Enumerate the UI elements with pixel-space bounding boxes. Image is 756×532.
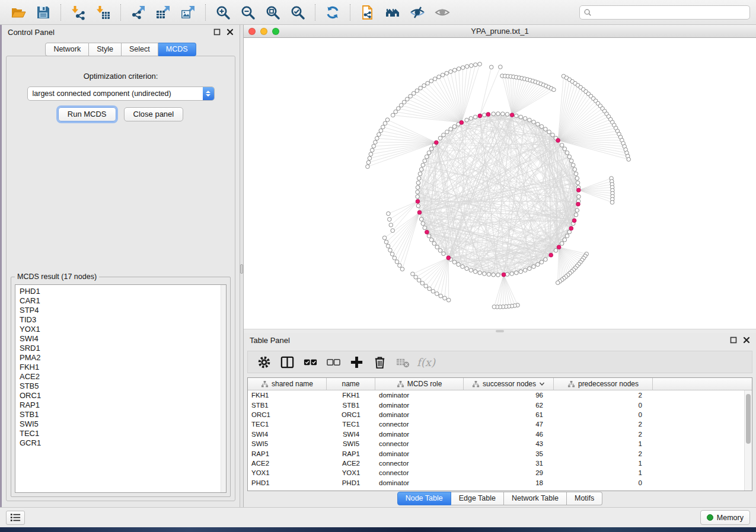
- result-node-item[interactable]: STB5: [20, 382, 226, 391]
- result-node-item[interactable]: STB1: [20, 410, 226, 419]
- table-row[interactable]: PHD1PHD1dominator180: [248, 478, 744, 488]
- scrollbar-thumb-icon[interactable]: [746, 394, 751, 444]
- table-row[interactable]: RAP1RAP1dominator352: [248, 448, 744, 458]
- add-column-button[interactable]: [346, 352, 367, 371]
- show-graphics-details-button[interactable]: [430, 2, 455, 23]
- export-network-icon: [130, 5, 146, 20]
- result-node-item[interactable]: TEC1: [20, 429, 226, 438]
- result-node-item[interactable]: PHD1: [20, 287, 226, 296]
- cell-mcds-role: dominator: [375, 411, 464, 418]
- search-field[interactable]: [579, 5, 750, 20]
- table-settings-button[interactable]: [254, 352, 275, 371]
- open-file-button[interactable]: [6, 2, 31, 23]
- cell-predecessor-nodes: 1: [554, 440, 653, 447]
- column-header-mcds-role[interactable]: MCDS role: [375, 378, 464, 390]
- close-window-icon[interactable]: [248, 28, 256, 35]
- deselect-all-columns-button[interactable]: [323, 352, 344, 371]
- result-node-item[interactable]: ORC1: [20, 391, 226, 400]
- float-panel-icon[interactable]: [213, 28, 221, 36]
- table-row[interactable]: FKH1FKH1dominator962: [248, 390, 744, 400]
- save-session-button[interactable]: [31, 2, 56, 23]
- control-tab-style[interactable]: Style: [89, 43, 122, 56]
- table-toolbar: f(x): [247, 351, 752, 373]
- cell-mcds-role: connector: [375, 460, 464, 467]
- result-node-item[interactable]: YOX1: [20, 325, 226, 334]
- zoom-in-icon: [215, 5, 231, 20]
- toolbar-separator: [120, 4, 121, 21]
- result-node-item[interactable]: SRD1: [20, 344, 226, 353]
- memory-button[interactable]: Memory: [700, 510, 750, 525]
- task-history-button[interactable]: [6, 511, 25, 525]
- control-tab-select[interactable]: Select: [122, 43, 158, 56]
- table-tab-network-table[interactable]: Network Table: [504, 492, 567, 505]
- cell-name: ACE2: [327, 460, 375, 467]
- zoom-window-icon[interactable]: [272, 28, 279, 35]
- minimize-window-icon[interactable]: [260, 28, 267, 35]
- horizontal-splitter[interactable]: [244, 329, 756, 333]
- table-panel: Table Panel f(x) shared namenameMCDS rol…: [244, 333, 756, 507]
- table-tab-node-table[interactable]: Node Table: [397, 492, 451, 505]
- column-header-successor-nodes[interactable]: successor nodes: [464, 378, 554, 390]
- search-input[interactable]: [594, 8, 746, 17]
- table-row[interactable]: STB1STB1dominator620: [248, 400, 744, 409]
- result-node-item[interactable]: FKH1: [20, 363, 226, 372]
- table-row[interactable]: SWI4SWI4dominator462: [248, 430, 744, 439]
- result-node-item[interactable]: TID3: [20, 315, 226, 325]
- export-network-button[interactable]: [126, 2, 151, 23]
- control-tab-network[interactable]: Network: [45, 43, 89, 56]
- table-row[interactable]: SWI5SWI5connector431: [248, 439, 744, 448]
- graph-nodes[interactable]: [366, 62, 631, 309]
- table-row[interactable]: ORC1ORC1dominator610: [248, 410, 744, 419]
- optimization-criterion-select[interactable]: largest connected component (undirected): [27, 86, 215, 101]
- result-list-scrollbar[interactable]: [221, 285, 226, 492]
- result-node-item[interactable]: PMA2: [20, 353, 226, 363]
- zoom-out-button[interactable]: [235, 2, 260, 23]
- cell-predecessor-nodes: 0: [554, 411, 653, 418]
- toggle-columns-button[interactable]: [277, 352, 298, 371]
- zoom-in-button[interactable]: [210, 2, 235, 23]
- mcds-result-group: MCDS result (17 nodes) PHD1CAR1STP4TID3Y…: [11, 277, 231, 497]
- table-tab-edge-table[interactable]: Edge Table: [451, 492, 504, 505]
- cell-name: ORC1: [327, 411, 375, 418]
- result-node-item[interactable]: RAP1: [20, 400, 226, 410]
- network-from-document-button[interactable]: [355, 2, 380, 23]
- cell-successor-nodes: 43: [464, 440, 554, 447]
- close-panel-icon[interactable]: [743, 336, 750, 344]
- column-header-name[interactable]: name: [327, 378, 375, 390]
- zoom-selected-button[interactable]: [285, 2, 310, 23]
- zoom-selected-icon: [290, 5, 305, 20]
- column-header-shared-name[interactable]: shared name: [248, 378, 327, 390]
- export-table-button[interactable]: [151, 2, 176, 23]
- close-panel-icon[interactable]: [227, 28, 234, 36]
- table-tab-motifs[interactable]: Motifs: [567, 492, 602, 505]
- float-panel-icon[interactable]: [730, 336, 737, 344]
- table-row[interactable]: ACE2ACE2connector311: [248, 459, 744, 468]
- result-node-item[interactable]: STP4: [20, 306, 226, 315]
- network-canvas[interactable]: [244, 38, 756, 329]
- result-node-item[interactable]: CAR1: [20, 296, 226, 306]
- table-row[interactable]: TEC1TEC1connector472: [248, 419, 744, 429]
- run-mcds-button[interactable]: Run MCDS: [58, 107, 116, 121]
- mcds-result-list[interactable]: PHD1CAR1STP4TID3YOX1SWI4SRD1PMA2FKH1ACE2…: [15, 284, 227, 493]
- network-graph[interactable]: [244, 38, 756, 329]
- refresh-network-button[interactable]: [320, 2, 345, 23]
- import-table-button[interactable]: [91, 2, 116, 23]
- select-all-columns-button[interactable]: [300, 352, 321, 371]
- delete-column-button[interactable]: [369, 352, 390, 371]
- close-panel-button[interactable]: Close panel: [124, 107, 184, 121]
- export-image-button[interactable]: [176, 2, 200, 23]
- result-node-item[interactable]: GCR1: [20, 438, 226, 448]
- result-node-item[interactable]: SWI5: [20, 419, 226, 429]
- houses-button[interactable]: [380, 2, 405, 23]
- result-node-item[interactable]: SWI4: [20, 334, 226, 344]
- zoom-fit-button[interactable]: [260, 2, 285, 23]
- hide-graphics-details-button[interactable]: [405, 2, 430, 23]
- column-header-predecessor-nodes[interactable]: predecessor nodes: [554, 378, 653, 390]
- table-scrollbar[interactable]: [744, 390, 752, 491]
- import-network-button[interactable]: [66, 2, 91, 23]
- table-row[interactable]: YOX1YOX1connector291: [248, 468, 744, 477]
- status-bar: Memory: [0, 507, 756, 527]
- result-node-item[interactable]: ACE2: [20, 372, 226, 382]
- vertical-splitter[interactable]: [240, 25, 244, 507]
- control-tab-mcds[interactable]: MCDS: [158, 43, 196, 56]
